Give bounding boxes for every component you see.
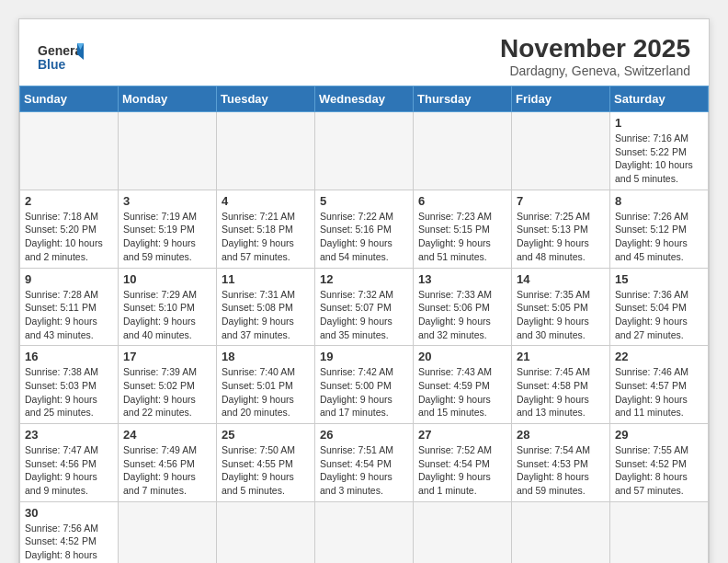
- day-cell: [414, 112, 512, 190]
- day-info: Sunrise: 7:23 AM Sunset: 5:15 PM Dayligh…: [418, 210, 506, 264]
- day-cell: 10Sunrise: 7:29 AM Sunset: 5:10 PM Dayli…: [119, 268, 217, 346]
- day-cell: [512, 501, 610, 563]
- day-cell: 24Sunrise: 7:49 AM Sunset: 4:56 PM Dayli…: [119, 424, 217, 502]
- day-cell: [610, 501, 709, 563]
- day-info: Sunrise: 7:38 AM Sunset: 5:03 PM Dayligh…: [25, 365, 113, 419]
- day-cell: 8Sunrise: 7:26 AM Sunset: 5:12 PM Daylig…: [610, 190, 709, 268]
- day-info: Sunrise: 7:46 AM Sunset: 4:57 PM Dayligh…: [615, 365, 703, 419]
- day-cell: [414, 501, 512, 563]
- day-cell: 25Sunrise: 7:50 AM Sunset: 4:55 PM Dayli…: [217, 424, 315, 502]
- day-cell: 2Sunrise: 7:18 AM Sunset: 5:20 PM Daylig…: [20, 190, 119, 268]
- day-cell: [119, 112, 217, 190]
- weekday-header-row: Sunday Monday Tuesday Wednesday Thursday…: [20, 86, 709, 112]
- day-cell: [217, 112, 315, 190]
- day-info: Sunrise: 7:16 AM Sunset: 5:22 PM Dayligh…: [615, 132, 703, 186]
- day-info: Sunrise: 7:56 AM Sunset: 4:52 PM Dayligh…: [25, 522, 113, 563]
- day-info: Sunrise: 7:47 AM Sunset: 4:56 PM Dayligh…: [25, 443, 113, 498]
- day-cell: [217, 501, 315, 563]
- day-number: 9: [25, 272, 113, 286]
- day-info: Sunrise: 7:31 AM Sunset: 5:08 PM Dayligh…: [222, 288, 310, 342]
- day-info: Sunrise: 7:18 AM Sunset: 5:20 PM Dayligh…: [25, 210, 113, 264]
- day-number: 5: [320, 194, 408, 208]
- day-number: 22: [615, 350, 703, 363]
- day-number: 23: [25, 428, 113, 442]
- day-number: 12: [320, 272, 408, 286]
- day-cell: 18Sunrise: 7:40 AM Sunset: 5:01 PM Dayli…: [217, 346, 315, 424]
- day-number: 18: [222, 350, 310, 363]
- day-info: Sunrise: 7:51 AM Sunset: 4:54 PM Dayligh…: [320, 443, 408, 498]
- day-number: 10: [123, 272, 211, 286]
- day-cell: 15Sunrise: 7:36 AM Sunset: 5:04 PM Dayli…: [610, 268, 709, 346]
- day-cell: 16Sunrise: 7:38 AM Sunset: 5:03 PM Dayli…: [20, 346, 119, 424]
- month-year-title: November 2025: [500, 34, 690, 63]
- day-cell: 14Sunrise: 7:35 AM Sunset: 5:05 PM Dayli…: [512, 268, 610, 346]
- header-thursday: Thursday: [414, 86, 512, 112]
- day-number: 29: [615, 428, 703, 442]
- day-number: 14: [517, 272, 605, 286]
- day-number: 21: [517, 350, 605, 363]
- day-number: 8: [615, 194, 703, 208]
- day-number: 4: [222, 194, 310, 208]
- day-number: 6: [418, 194, 506, 208]
- day-number: 24: [123, 428, 211, 442]
- day-number: 2: [25, 194, 113, 208]
- svg-text:General: General: [38, 43, 84, 58]
- day-cell: 5Sunrise: 7:22 AM Sunset: 5:16 PM Daylig…: [315, 190, 414, 268]
- calendar-table: Sunday Monday Tuesday Wednesday Thursday…: [19, 86, 709, 563]
- header-sunday: Sunday: [20, 86, 119, 112]
- day-cell: [315, 112, 414, 190]
- day-info: Sunrise: 7:19 AM Sunset: 5:19 PM Dayligh…: [123, 210, 211, 264]
- day-cell: 28Sunrise: 7:54 AM Sunset: 4:53 PM Dayli…: [512, 424, 610, 502]
- day-number: 30: [25, 506, 113, 520]
- header-friday: Friday: [512, 86, 610, 112]
- day-number: 11: [222, 272, 310, 286]
- day-cell: 11Sunrise: 7:31 AM Sunset: 5:08 PM Dayli…: [217, 268, 315, 346]
- day-cell: [315, 501, 414, 563]
- day-cell: 23Sunrise: 7:47 AM Sunset: 4:56 PM Dayli…: [20, 424, 119, 502]
- day-info: Sunrise: 7:39 AM Sunset: 5:02 PM Dayligh…: [123, 365, 211, 419]
- week-row-1: 2Sunrise: 7:18 AM Sunset: 5:20 PM Daylig…: [20, 190, 709, 268]
- week-row-3: 16Sunrise: 7:38 AM Sunset: 5:03 PM Dayli…: [20, 346, 709, 424]
- day-cell: 21Sunrise: 7:45 AM Sunset: 4:58 PM Dayli…: [512, 346, 610, 424]
- day-cell: 9Sunrise: 7:28 AM Sunset: 5:11 PM Daylig…: [20, 268, 119, 346]
- day-info: Sunrise: 7:54 AM Sunset: 4:53 PM Dayligh…: [517, 443, 605, 498]
- day-info: Sunrise: 7:40 AM Sunset: 5:01 PM Dayligh…: [222, 365, 310, 419]
- day-number: 28: [517, 428, 605, 442]
- week-row-2: 9Sunrise: 7:28 AM Sunset: 5:11 PM Daylig…: [20, 268, 709, 346]
- day-info: Sunrise: 7:55 AM Sunset: 4:52 PM Dayligh…: [615, 443, 703, 498]
- day-info: Sunrise: 7:33 AM Sunset: 5:06 PM Dayligh…: [418, 288, 506, 342]
- day-cell: 13Sunrise: 7:33 AM Sunset: 5:06 PM Dayli…: [414, 268, 512, 346]
- week-row-4: 23Sunrise: 7:47 AM Sunset: 4:56 PM Dayli…: [20, 424, 709, 502]
- day-cell: 20Sunrise: 7:43 AM Sunset: 4:59 PM Dayli…: [414, 346, 512, 424]
- day-info: Sunrise: 7:28 AM Sunset: 5:11 PM Dayligh…: [25, 288, 113, 342]
- day-cell: 30Sunrise: 7:56 AM Sunset: 4:52 PM Dayli…: [20, 501, 119, 563]
- week-row-5: 30Sunrise: 7:56 AM Sunset: 4:52 PM Dayli…: [20, 501, 709, 563]
- day-cell: 29Sunrise: 7:55 AM Sunset: 4:52 PM Dayli…: [610, 424, 709, 502]
- day-info: Sunrise: 7:29 AM Sunset: 5:10 PM Dayligh…: [123, 288, 211, 342]
- day-number: 1: [615, 116, 703, 130]
- day-cell: 4Sunrise: 7:21 AM Sunset: 5:18 PM Daylig…: [217, 190, 315, 268]
- day-info: Sunrise: 7:43 AM Sunset: 4:59 PM Dayligh…: [418, 365, 506, 419]
- day-cell: [512, 112, 610, 190]
- header-wednesday: Wednesday: [315, 86, 414, 112]
- calendar-container: General Blue November 2025 Dardagny, Gen…: [18, 18, 710, 563]
- calendar-header: General Blue November 2025 Dardagny, Gen…: [19, 19, 709, 86]
- day-cell: 7Sunrise: 7:25 AM Sunset: 5:13 PM Daylig…: [512, 190, 610, 268]
- day-number: 13: [418, 272, 506, 286]
- day-cell: 17Sunrise: 7:39 AM Sunset: 5:02 PM Dayli…: [119, 346, 217, 424]
- title-area: November 2025 Dardagny, Geneva, Switzerl…: [500, 34, 690, 78]
- day-cell: 3Sunrise: 7:19 AM Sunset: 5:19 PM Daylig…: [119, 190, 217, 268]
- day-cell: 12Sunrise: 7:32 AM Sunset: 5:07 PM Dayli…: [315, 268, 414, 346]
- day-number: 20: [418, 350, 506, 363]
- day-cell: 22Sunrise: 7:46 AM Sunset: 4:57 PM Dayli…: [610, 346, 709, 424]
- header-monday: Monday: [119, 86, 217, 112]
- day-number: 15: [615, 272, 703, 286]
- day-info: Sunrise: 7:25 AM Sunset: 5:13 PM Dayligh…: [517, 210, 605, 264]
- header-saturday: Saturday: [610, 86, 709, 112]
- day-number: 27: [418, 428, 506, 442]
- day-number: 17: [123, 350, 211, 363]
- day-info: Sunrise: 7:52 AM Sunset: 4:54 PM Dayligh…: [418, 443, 506, 498]
- day-info: Sunrise: 7:49 AM Sunset: 4:56 PM Dayligh…: [123, 443, 211, 498]
- day-info: Sunrise: 7:45 AM Sunset: 4:58 PM Dayligh…: [517, 365, 605, 419]
- day-cell: 19Sunrise: 7:42 AM Sunset: 5:00 PM Dayli…: [315, 346, 414, 424]
